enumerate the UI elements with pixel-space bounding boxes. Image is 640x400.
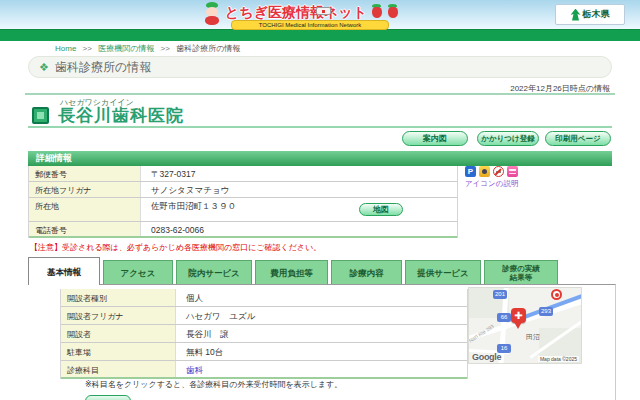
row-label: 駐車場 bbox=[61, 343, 176, 360]
row-label: 郵便番号 bbox=[29, 166, 141, 181]
department-dental-link[interactable]: 歯科 bbox=[186, 365, 203, 375]
row-value: 0283-62-0066 bbox=[141, 222, 457, 236]
pref-label: 栃木県 bbox=[583, 8, 610, 21]
print-page-button[interactable]: 印刷用ページ bbox=[545, 131, 611, 146]
diamond-icon: ❖ bbox=[39, 61, 49, 74]
breadcrumb: Home >> 医療機関の情報 >> 歯科診療所の情報 bbox=[55, 43, 244, 54]
hospital-pin-tail bbox=[514, 322, 522, 329]
table-row: 診療科目 歯科 bbox=[61, 361, 467, 379]
tab-provided-services[interactable]: 提供サービス bbox=[405, 260, 481, 284]
google-map[interactable]: 201 66 293 16 ✚ 田沼 Nat'l Rte 293 Google … bbox=[468, 287, 582, 364]
tab-basic-info[interactable]: 基本情報 bbox=[28, 257, 100, 285]
table-row: 所在地 佐野市田沼町１３９０ 地図 bbox=[29, 198, 457, 222]
tab-results[interactable]: 診療の実績 結果等 bbox=[484, 260, 558, 284]
tab-treatment-content[interactable]: 診療内容 bbox=[331, 260, 402, 284]
road-shield: 201 bbox=[493, 290, 507, 299]
page-title: 歯科診療所の情報 bbox=[55, 59, 151, 76]
map-attribution: Map data ©2025 bbox=[538, 356, 579, 362]
tochigi-pref-logo[interactable]: 栃木県 bbox=[555, 4, 625, 25]
header-green-bar bbox=[0, 29, 640, 41]
divider bbox=[25, 93, 615, 95]
clinic-square-icon bbox=[32, 107, 49, 124]
road-shield: 293 bbox=[539, 307, 553, 316]
facility-icons: P bbox=[465, 166, 518, 177]
gold-facility-icon bbox=[479, 166, 490, 177]
pref-leaf-icon bbox=[571, 9, 581, 21]
table-row: 電話番号 0283-62-0066 bbox=[29, 222, 457, 238]
page: とちぎ医療情報ネット TOCHIGI Medical Information N… bbox=[0, 0, 640, 400]
map-button[interactable]: 地図 bbox=[359, 203, 403, 216]
breadcrumb-separator: >> bbox=[161, 44, 170, 53]
breadcrumb-current: 歯科診療所の情報 bbox=[176, 44, 240, 53]
details-section-header: 詳細情報 bbox=[28, 151, 612, 166]
pink-facility-icon bbox=[507, 166, 518, 177]
family-doctor-register-button[interactable]: かかりつけ登録 bbox=[477, 131, 539, 146]
icons-explanation-link[interactable]: アイコンの説明 bbox=[465, 179, 518, 189]
table-row: 郵便番号 〒327-0317 bbox=[29, 166, 457, 182]
map-spot-marker-icon bbox=[551, 289, 562, 300]
table-row: 駐車場 無料 10台 bbox=[61, 343, 467, 361]
no-smoking-icon bbox=[493, 166, 504, 177]
basic-info-table: 開設者種別 個人 開設者フリガナ ハセガワ ユズル 開設者 長谷川 譲 駐車場 … bbox=[60, 289, 468, 379]
row-label: 開設者 bbox=[61, 325, 176, 342]
row-value: 長谷川 譲 bbox=[176, 325, 467, 342]
row-label: 電話番号 bbox=[29, 222, 141, 236]
guide-map-button[interactable]: 案内図 bbox=[402, 131, 468, 146]
strawberry-mascot-icon bbox=[202, 2, 222, 26]
google-logo: Google bbox=[472, 352, 501, 362]
row-label: 開設者フリガナ bbox=[61, 307, 176, 324]
department-click-note: ※科目名をクリックすると、各診療科目の外来受付時間を表示します。 bbox=[85, 379, 342, 390]
site-title: とちぎ医療情報ネット bbox=[225, 2, 367, 22]
table-row: 開設者フリガナ ハセガワ ユズル bbox=[61, 307, 467, 325]
row-label: 所在地 bbox=[29, 198, 141, 221]
row-value: 〒327-0317 bbox=[141, 166, 457, 181]
divider bbox=[28, 126, 612, 128]
tab-results-line1: 診療の実績 bbox=[485, 264, 557, 273]
site-subtitle: TOCHIGI Medical Information Network bbox=[231, 20, 389, 30]
row-label: 診療科目 bbox=[61, 361, 176, 377]
page-title-bar: ❖ 歯科診療所の情報 bbox=[28, 56, 612, 78]
row-label: 開設者種別 bbox=[61, 289, 176, 306]
tab-costs[interactable]: 費用負担等 bbox=[255, 260, 328, 284]
details-table: 郵便番号 〒327-0317 所在地フリガナ サノシタヌマチョウ 所在地 佐野市… bbox=[28, 166, 458, 238]
strawberry-icon bbox=[386, 2, 399, 22]
strawberry-icon bbox=[370, 2, 383, 22]
breadcrumb-medical-link[interactable]: 医療機関の情報 bbox=[98, 44, 154, 53]
table-row: 開設者種別 個人 bbox=[61, 289, 467, 307]
table-row: 所在地フリガナ サノシタヌマチョウ bbox=[29, 182, 457, 198]
partial-cutoff-element bbox=[85, 395, 131, 400]
tab-results-line2: 結果等 bbox=[485, 273, 557, 282]
map-place-label: 田沼 bbox=[526, 332, 540, 342]
row-value: ハセガワ ユズル bbox=[176, 307, 467, 324]
breadcrumb-separator: >> bbox=[83, 44, 92, 53]
row-value: サノシタヌマチョウ bbox=[141, 182, 457, 197]
row-value: 個人 bbox=[176, 289, 467, 306]
clinic-name: 長谷川歯科医院 bbox=[58, 104, 184, 127]
tab-access[interactable]: アクセス bbox=[103, 260, 173, 284]
row-value: 無料 10台 bbox=[176, 343, 467, 360]
basic-info-panel: 開設者種別 個人 開設者フリガナ ハセガワ ユズル 開設者 長谷川 譲 駐車場 … bbox=[28, 284, 616, 400]
breadcrumb-home-link[interactable]: Home bbox=[55, 44, 76, 53]
table-row: 開設者 長谷川 譲 bbox=[61, 325, 467, 343]
caution-notice: 【注意】受診される際は、必ずあらかじめ各医療機関の窓口にご確認ください。 bbox=[30, 242, 321, 253]
ambulance-icon bbox=[316, 7, 331, 15]
site-title-text: とちぎ医療情報ネット bbox=[225, 4, 367, 20]
row-label: 所在地フリガナ bbox=[29, 182, 141, 197]
parking-icon: P bbox=[465, 166, 476, 177]
row-value: 佐野市田沼町１３９０ bbox=[141, 198, 457, 221]
tab-in-hospital-services[interactable]: 院内サービス bbox=[176, 260, 252, 284]
